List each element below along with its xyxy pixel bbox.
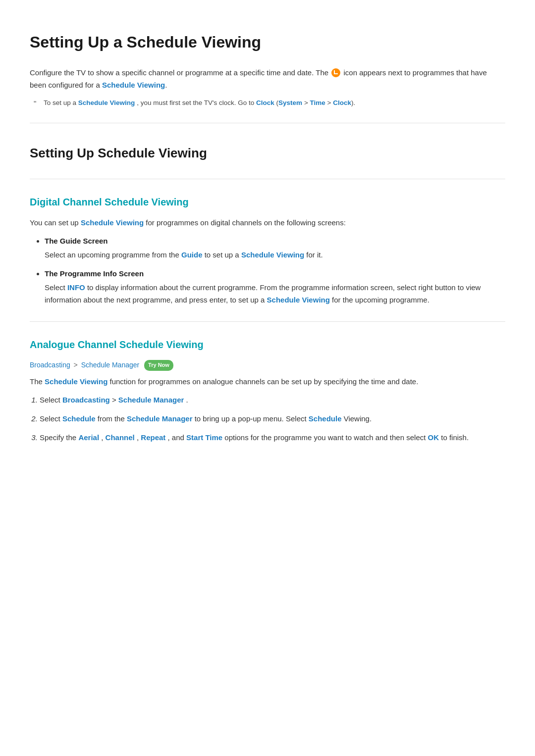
step3-text-pre: Specify the <box>40 433 76 442</box>
section-title: Setting Up Schedule Viewing <box>30 143 505 164</box>
bullet-item-2: The Programme Info Screen Select INFO to… <box>45 268 505 306</box>
note-link-time[interactable]: Time <box>310 99 325 106</box>
step3-text-mid: , and <box>168 433 184 442</box>
intro-schedule-viewing-link[interactable]: Schedule Viewing <box>102 81 165 89</box>
clock-icon <box>331 68 340 77</box>
digital-schedule-viewing-link[interactable]: Schedule Viewing <box>81 218 144 227</box>
note-link-schedule-viewing[interactable]: Schedule Viewing <box>78 99 135 106</box>
bullet2-schedule-link[interactable]: Schedule Viewing <box>267 296 330 304</box>
analogue-divider <box>30 321 505 322</box>
step2-text-mid2: to bring up a pop-up menu. Select <box>195 414 307 423</box>
breadcrumb-schedule-manager-link[interactable]: Schedule Manager <box>81 361 140 369</box>
section-divider2 <box>30 179 505 179</box>
intro-paragraph: Configure the TV to show a specific chan… <box>30 67 505 92</box>
step3-ok-keyword: OK <box>428 433 439 442</box>
bullet1-title: The Guide Screen <box>45 235 505 247</box>
bullet1-desc: Select an upcoming programme from the Gu… <box>45 251 323 259</box>
step3-start-time-link[interactable]: Start Time <box>186 433 222 442</box>
note-block: To set up a Schedule Viewing , you must … <box>30 98 505 108</box>
bullet2-title: The Programme Info Screen <box>45 268 505 280</box>
digital-text-end: for programmes on digital channels on th… <box>146 218 346 227</box>
step3-repeat-link[interactable]: Repeat <box>141 433 165 442</box>
breadcrumb-nav: Broadcasting > Schedule Manager Try Now <box>30 359 505 371</box>
try-now-badge[interactable]: Try Now <box>144 360 173 371</box>
step2-text-pre: Select <box>40 414 60 423</box>
bullet1-text-mid: to set up a <box>205 251 239 259</box>
step2-content: Select Schedule from the Schedule Manage… <box>40 414 372 423</box>
note-text-mid: , you must first set the TV's clock. Go … <box>137 99 254 106</box>
step3-channel-link[interactable]: Channel <box>106 433 135 442</box>
analogue-intro: The Schedule Viewing function for progra… <box>30 376 505 388</box>
step1-schedule-manager-link[interactable]: Schedule Manager <box>118 396 184 404</box>
note-link-clock[interactable]: Clock <box>256 99 274 106</box>
bullet2-text-end: for the upcoming programme. <box>332 296 429 304</box>
step-3: Specify the Aerial , Channel , Repeat , … <box>40 432 505 444</box>
note-link-clock2[interactable]: Clock <box>333 99 351 106</box>
step1-text-end: . <box>186 396 188 404</box>
step2-schedule-link[interactable]: Schedule <box>62 414 96 423</box>
intro-text-pre: Configure the TV to show a specific chan… <box>30 68 328 77</box>
page-main-title: Setting Up a Schedule Viewing <box>30 30 505 55</box>
analogue-schedule-viewing-link[interactable]: Schedule Viewing <box>45 377 107 386</box>
digital-intro: You can set up Schedule Viewing for prog… <box>30 217 505 229</box>
breadcrumb-separator: > <box>74 361 80 369</box>
analogue-heading: Analogue Channel Schedule Viewing <box>30 337 505 353</box>
bullet1-guide-link[interactable]: Guide <box>181 251 203 259</box>
bullet2-text-pre: Select <box>45 283 65 292</box>
breadcrumb-broadcasting-link[interactable]: Broadcasting <box>30 361 70 369</box>
bullet-item-1: The Guide Screen Select an upcoming prog… <box>45 235 505 261</box>
note-link-system[interactable]: System <box>278 99 302 106</box>
step1-text-pre: Select <box>40 396 60 404</box>
intro-period: . <box>165 81 167 89</box>
analogue-text-end: function for programmes on analogue chan… <box>109 377 418 386</box>
bullet2-desc: Select INFO to display information about… <box>45 283 481 304</box>
step-2: Select Schedule from the Schedule Manage… <box>40 413 505 425</box>
bullet2-info-keyword: INFO <box>67 283 85 292</box>
step-1: Select Broadcasting > Schedule Manager . <box>40 394 505 406</box>
note-text-pre: To set up a <box>44 99 76 106</box>
note-arrow1: > <box>302 99 310 106</box>
section-divider <box>30 123 505 123</box>
digital-bullet-list: The Guide Screen Select an upcoming prog… <box>45 235 505 306</box>
note-paren-close: ). <box>351 99 355 106</box>
step2-schedule-viewing-link[interactable]: Schedule <box>309 414 342 423</box>
analogue-text-pre: The <box>30 377 43 386</box>
bullet1-text-end: for it. <box>306 251 322 259</box>
step2-schedule-manager-link[interactable]: Schedule Manager <box>127 414 193 423</box>
bullet1-text-pre: Select an upcoming programme from the <box>45 251 179 259</box>
step3-aerial-link[interactable]: Aerial <box>78 433 99 442</box>
bullet1-schedule-link[interactable]: Schedule Viewing <box>241 251 304 259</box>
digital-text-pre: You can set up <box>30 218 79 227</box>
digital-heading: Digital Channel Schedule Viewing <box>30 194 505 210</box>
step2-text-mid: from the <box>98 414 125 423</box>
step2-text-end: Viewing. <box>344 414 372 423</box>
step3-content: Specify the Aerial , Channel , Repeat , … <box>40 433 469 442</box>
step3-comma1: , <box>101 433 105 442</box>
step3-text-end: to finish. <box>441 433 469 442</box>
note-arrow2: > <box>325 99 333 106</box>
step3-text-mid2: options for the programme you want to wa… <box>224 433 426 442</box>
step1-content: Select Broadcasting > Schedule Manager . <box>40 396 188 404</box>
step1-broadcasting-link[interactable]: Broadcasting <box>62 396 110 404</box>
step1-sep: > <box>112 396 118 404</box>
analogue-steps-list: Select Broadcasting > Schedule Manager .… <box>40 394 505 444</box>
